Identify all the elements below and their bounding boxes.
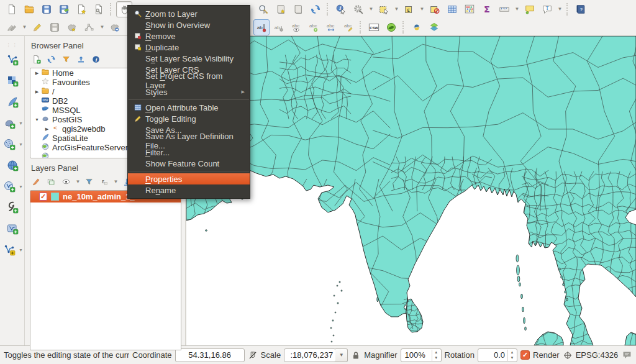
crs-icon[interactable] bbox=[563, 350, 573, 360]
current-edits-dropdown[interactable]: ▼ bbox=[21, 19, 28, 35]
save-project-button[interactable] bbox=[39, 1, 55, 17]
browser-filter-button[interactable] bbox=[60, 53, 72, 65]
zoom-next-button[interactable] bbox=[255, 1, 271, 17]
toggle-editing-button[interactable] bbox=[29, 19, 45, 35]
menu-styles[interactable]: Styles▶ bbox=[128, 86, 250, 98]
label-add-button[interactable]: abc bbox=[306, 19, 322, 35]
menu-toggle-editing[interactable]: Toggle Editing bbox=[128, 113, 250, 124]
new-virtual-layer-dropdown[interactable]: ▾ bbox=[19, 240, 24, 259]
help-button[interactable]: ? bbox=[573, 1, 589, 17]
new-project-button[interactable] bbox=[4, 1, 20, 17]
menu-show-in-overview[interactable]: Show in Overview bbox=[128, 19, 250, 30]
layers-filter-expression-dropdown[interactable]: ▼ bbox=[112, 175, 119, 188]
menu-rename[interactable]: Rename bbox=[128, 184, 250, 196]
add-wfs-layer-dropdown[interactable]: ▾ bbox=[19, 177, 24, 196]
new-print-layout-button[interactable] bbox=[73, 1, 89, 17]
metasearch-button[interactable] bbox=[383, 19, 399, 35]
browser-collapse-all-button[interactable] bbox=[75, 53, 87, 65]
layers-add-group-button[interactable] bbox=[45, 175, 57, 188]
csw-search-button[interactable]: CSW bbox=[366, 19, 382, 35]
identify-features-button[interactable]: i bbox=[333, 1, 349, 17]
layers-filter-expression-button[interactable]: ε bbox=[98, 175, 110, 188]
node-tool-dropdown[interactable]: ▼ bbox=[99, 19, 106, 35]
menu-filter[interactable]: Filter... bbox=[128, 147, 250, 158]
refresh-map-button[interactable] bbox=[307, 1, 324, 17]
python-console-button[interactable] bbox=[409, 19, 425, 35]
layer-visibility-checkbox[interactable]: ✓ bbox=[39, 193, 47, 201]
run-feature-action-button[interactable] bbox=[350, 1, 366, 17]
open-project-button[interactable] bbox=[21, 1, 37, 17]
menu-zoom-to-layer[interactable]: Zoom to Layer bbox=[128, 8, 250, 19]
save-project-as-button[interactable] bbox=[56, 1, 72, 17]
map-tips-button[interactable] bbox=[522, 1, 538, 17]
node-tool-button[interactable] bbox=[81, 19, 98, 35]
expander-icon[interactable]: ▶ bbox=[33, 71, 41, 76]
menu-set-layer-scale-visibility[interactable]: Set Layer Scale Visibility bbox=[128, 53, 250, 64]
new-virtual-layer-button[interactable] bbox=[0, 240, 19, 259]
save-layer-edits-button[interactable] bbox=[47, 19, 63, 35]
new-bookmark-button[interactable] bbox=[273, 1, 289, 17]
label-pin-unpin-button[interactable]: ab bbox=[271, 19, 287, 35]
add-spatialite-layer-button[interactable] bbox=[3, 93, 22, 111]
spinner-buttons[interactable]: ▲▼ bbox=[507, 350, 516, 361]
add-wms-layer-button[interactable] bbox=[3, 156, 22, 175]
run-feature-action-dropdown[interactable]: ▼ bbox=[368, 1, 375, 17]
label-show-hide-button[interactable]: abc bbox=[288, 19, 304, 35]
crs-status[interactable]: EPSG:4326 bbox=[576, 350, 619, 360]
magnifier-input[interactable]: 100%▲▼ bbox=[401, 348, 442, 362]
toolbar-grip[interactable]: ⋮⋮ bbox=[6, 42, 19, 48]
expander-icon[interactable]: ▼ bbox=[33, 117, 41, 122]
menu-show-feature-count[interactable]: Show Feature Count bbox=[128, 158, 250, 169]
menu-set-project-crs-from-layer[interactable]: Set Project CRS from Layer bbox=[128, 75, 250, 86]
label-move-rotate-button[interactable]: abc bbox=[323, 19, 339, 35]
select-features-dropdown[interactable]: ▼ bbox=[393, 1, 400, 17]
menu-open-attribute-table[interactable]: Open Attribute Table bbox=[128, 102, 250, 113]
add-postgis-layer-dropdown[interactable]: ▾ bbox=[19, 114, 24, 132]
scale-input[interactable]: :18,076,237 bbox=[284, 348, 336, 362]
text-annotation-button[interactable]: T bbox=[539, 1, 555, 17]
layers-list[interactable]: ✓ne_10m_admin_1_ bbox=[30, 190, 181, 350]
scale-lock-icon[interactable] bbox=[351, 350, 361, 360]
current-edits-button[interactable] bbox=[4, 19, 20, 35]
add-wfs-layer-button[interactable] bbox=[0, 177, 19, 196]
browser-properties-widget-button[interactable]: i bbox=[89, 53, 102, 65]
layers-manage-visibility-button[interactable] bbox=[60, 175, 72, 188]
menu-remove[interactable]: Remove bbox=[128, 30, 250, 42]
add-delimited-text-layer-button[interactable] bbox=[3, 198, 22, 217]
coordinate-toggle-icon[interactable] bbox=[248, 350, 258, 360]
add-vector-layer-button[interactable] bbox=[3, 50, 22, 69]
layers-manage-visibility-dropdown[interactable]: ▼ bbox=[75, 175, 81, 188]
rotation-input[interactable]: 0.0▲▼ bbox=[478, 348, 517, 362]
spinner-buttons[interactable]: ▲▼ bbox=[432, 350, 440, 361]
expander-icon[interactable]: ▶ bbox=[43, 127, 51, 132]
add-mssql-layer-button[interactable] bbox=[0, 135, 19, 153]
select-by-expression-button[interactable]: ε bbox=[401, 1, 417, 17]
open-attribute-table-button[interactable] bbox=[444, 1, 460, 17]
label-change-button[interactable]: abc bbox=[340, 19, 357, 35]
select-by-expression-dropdown[interactable]: ▼ bbox=[419, 1, 425, 17]
statistical-summary-button[interactable] bbox=[461, 1, 478, 17]
move-feature-button[interactable] bbox=[107, 19, 123, 35]
menu-save-as-layer-definition[interactable]: Save As Layer Definition File... bbox=[128, 135, 250, 147]
deselect-all-button[interactable] bbox=[427, 1, 443, 17]
select-features-button[interactable] bbox=[376, 1, 392, 17]
layers-filter-legend-button[interactable] bbox=[83, 175, 95, 188]
render-checkbox[interactable]: ✓ bbox=[520, 350, 530, 360]
layer-labeling-options-button[interactable]: ab bbox=[253, 19, 270, 35]
menu-duplicate[interactable]: Duplicate bbox=[128, 42, 250, 53]
show-bookmarks-button[interactable] bbox=[290, 1, 306, 17]
map-canvas[interactable] bbox=[186, 36, 636, 345]
text-annotation-dropdown[interactable]: ▼ bbox=[556, 1, 563, 17]
add-raster-layer-button[interactable] bbox=[3, 71, 22, 90]
browser-add-selected-layers-button[interactable] bbox=[30, 53, 42, 65]
scale-dropdown-button[interactable]: ▼ bbox=[335, 348, 348, 362]
messages-icon[interactable] bbox=[622, 350, 632, 360]
expander-icon[interactable]: ▶ bbox=[33, 89, 41, 94]
browser-refresh-button[interactable] bbox=[45, 53, 57, 65]
add-wcs-layer-button[interactable] bbox=[3, 219, 22, 238]
coordinate-input[interactable] bbox=[175, 348, 245, 362]
add-feature-button[interactable] bbox=[64, 19, 80, 35]
resource-sharing-button[interactable] bbox=[426, 19, 442, 35]
measure-dropdown[interactable]: ▼ bbox=[514, 1, 520, 17]
measure-button[interactable] bbox=[496, 1, 512, 17]
